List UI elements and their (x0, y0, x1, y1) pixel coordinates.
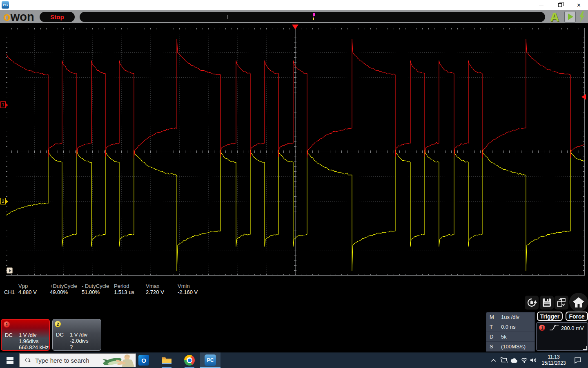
cloud-icon (510, 358, 518, 363)
ch1-position: 1.96divs (19, 338, 38, 344)
measurement-vmin: Vmin -2.160 V (178, 283, 190, 289)
logo-rest: won (11, 10, 34, 23)
measurement-channel: CH1 (4, 289, 15, 295)
trigger-source-badge: 1 (539, 325, 545, 331)
minimize-icon (539, 5, 543, 5)
ch2-coupling: DC (56, 332, 64, 338)
measurement-bar: CH1 Vpp 4.880 V +DutyCycle 49.00% - Duty… (0, 283, 261, 297)
ch2-frequency: ? (70, 344, 73, 350)
ch1-position-marker[interactable]: 1 (0, 101, 6, 108)
window-switch-button[interactable] (555, 296, 568, 310)
minimize-button[interactable] (532, 0, 550, 10)
waveform-display (6, 28, 585, 276)
clock-time: 11:13 (548, 354, 559, 360)
resize-grip[interactable] (583, 346, 587, 350)
wifi-icon (521, 357, 528, 363)
trigger-menu-button[interactable]: Trigger (537, 312, 563, 321)
force-trigger-button[interactable]: Force (566, 312, 588, 321)
tray-chevron[interactable] (488, 352, 498, 368)
trigger-readout-box[interactable]: 1 280.0 mV (536, 322, 588, 351)
record-tick (227, 15, 227, 19)
action-center-button[interactable] (571, 352, 585, 368)
screen: PC × owon Stop A 1 2 CH1 Vpp 4.880 V +Du… (0, 0, 588, 368)
ch2-position-marker[interactable]: 2 (0, 198, 6, 204)
search-icon (25, 358, 30, 363)
depth-row[interactable]: D5k (486, 332, 535, 342)
app-icon-pc: PC (2, 1, 9, 9)
taskbar-search[interactable]: Type here to search (19, 353, 136, 367)
measurement-vmax: Vmax 2.720 V (146, 283, 159, 289)
ch2-settings-box[interactable]: 2 DC 1 V /div -2.0divs ? (52, 319, 101, 351)
timebase-info-panel: M1us /div T0.0 ns D5k S(100MS/s) (486, 312, 535, 352)
save-button[interactable] (540, 296, 554, 310)
ch2-badge: 2 (55, 321, 61, 327)
ch2-scale: 1 V /div (70, 332, 87, 338)
rising-edge-icon (549, 324, 559, 332)
pc-app-icon: PC (205, 355, 216, 366)
clock-date: 15/11/2023 (541, 360, 566, 366)
trigger-position-dash (313, 18, 314, 20)
horizontal-position-bar[interactable] (80, 12, 545, 22)
taskbar: Type here to search O (0, 352, 588, 368)
home-button[interactable] (569, 293, 588, 312)
outlook-icon: O (138, 355, 149, 366)
force-bolt-icon[interactable] (578, 11, 586, 22)
home-icon (572, 296, 585, 308)
expander-button[interactable] (7, 267, 13, 274)
chevron-up-icon (491, 359, 496, 362)
restore-icon (558, 3, 562, 7)
ch1-coupling: DC (5, 332, 13, 338)
run-stop-button[interactable]: Stop (40, 12, 75, 22)
run-button[interactable] (564, 11, 576, 22)
trigger-time-marker[interactable] (292, 25, 298, 29)
expander-arrow-icon (9, 269, 11, 272)
search-placeholder: Type here to search (35, 357, 89, 364)
measurement-period: Period 1.513 us (114, 283, 129, 289)
restore-button[interactable] (551, 0, 569, 10)
save-floppy-icon (542, 298, 552, 307)
ch1-frequency: 660.824 kHz (19, 344, 49, 350)
windows-logo-icon (7, 357, 13, 364)
ch1-scale: 1 V /div (19, 332, 36, 338)
trigger-level-marker[interactable] (581, 94, 586, 100)
ch2-position: -2.0divs (70, 338, 89, 344)
trigger-level-value: 280.0 mV (561, 325, 584, 331)
file-explorer-icon (161, 356, 172, 365)
record-tick (400, 15, 400, 19)
start-button[interactable] (0, 352, 20, 368)
speaker-icon (530, 357, 537, 363)
taskbar-file-explorer[interactable] (157, 352, 176, 368)
tray-snip[interactable] (499, 352, 509, 368)
logo-letter-o: o (3, 10, 11, 23)
taskbar-chrome[interactable] (180, 352, 199, 368)
trigger-offset-row[interactable]: T0.0 ns (486, 322, 535, 332)
play-icon (568, 13, 573, 20)
taskbar-clock[interactable]: 11:13 15/11/2023 (537, 352, 570, 368)
ch1-badge: 1 (4, 321, 10, 328)
taskbar-pc-app-active[interactable]: PC (200, 352, 220, 368)
timebase-row[interactable]: M1us /div (486, 312, 535, 322)
samplerate-row[interactable]: S(100MS/s) (486, 342, 535, 352)
measurement-vpp: Vpp 4.880 V (18, 283, 28, 289)
search-highlight-image (102, 354, 135, 367)
ch1-settings-box[interactable]: 1 DC 1 V /div 1.96divs 660.824 kHz (1, 319, 50, 351)
close-button[interactable]: × (570, 0, 588, 10)
restore-default-button[interactable] (525, 296, 539, 310)
measurement-neg-duty: - DutyCycle 51.00% (82, 283, 109, 289)
window-titlebar: PC × (0, 0, 588, 10)
tray-onedrive[interactable] (509, 352, 519, 368)
taskbar-outlook[interactable]: O (134, 352, 154, 368)
refresh-home-icon (526, 297, 537, 308)
tray-wifi[interactable] (519, 352, 529, 368)
screen-snip-icon (501, 357, 508, 363)
tray-volume[interactable] (528, 352, 538, 368)
notification-icon (574, 357, 581, 364)
trigger-position-marker[interactable] (313, 13, 315, 16)
autoset-button[interactable]: A (550, 10, 559, 23)
swap-windows-icon (556, 297, 567, 308)
measurement-pos-duty: +DutyCycle 49.00% (50, 283, 77, 289)
owon-logo: owon (3, 11, 34, 23)
chrome-icon (184, 355, 195, 366)
